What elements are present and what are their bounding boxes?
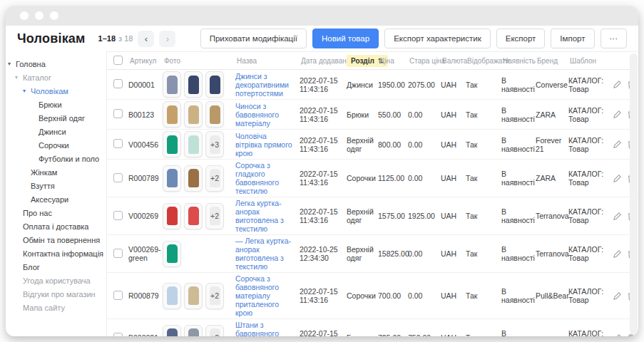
new-product-button[interactable]: Новий товар bbox=[312, 28, 379, 48]
sidebar-item-zhinkam[interactable]: Жінкам bbox=[6, 165, 106, 179]
row-checkbox[interactable] bbox=[113, 211, 123, 220]
more-photos-badge[interactable]: +2 bbox=[205, 165, 224, 192]
sidebar-item-vidhuky-pro-mahazyn[interactable]: Відгуки про магазин bbox=[6, 287, 106, 301]
edit-icon[interactable] bbox=[613, 174, 622, 183]
hide-modifications-button[interactable]: Приховати модифікації bbox=[200, 28, 307, 48]
product-photo[interactable] bbox=[184, 203, 203, 229]
product-link[interactable]: Сорочка з гладкого бавовняного текстилю bbox=[235, 161, 279, 195]
sidebar-item-futbolky-y-polo[interactable]: Футболки и поло bbox=[6, 152, 106, 165]
row-checkbox[interactable] bbox=[113, 249, 123, 258]
product-photo[interactable] bbox=[163, 101, 181, 128]
edit-icon[interactable] bbox=[613, 110, 622, 119]
row-checkbox[interactable] bbox=[113, 291, 123, 300]
product-photo[interactable] bbox=[205, 101, 224, 128]
edit-icon[interactable] bbox=[613, 140, 622, 149]
column-header-name[interactable]: Назва bbox=[232, 55, 297, 67]
sidebar-item-uhoda-korystuvacha[interactable]: Угода користувача bbox=[6, 274, 106, 287]
table-header-row: Артикул Фото Назва Дата додавання Розділ… bbox=[107, 52, 638, 70]
product-photo[interactable] bbox=[184, 165, 203, 192]
row-checkbox[interactable] bbox=[113, 173, 123, 182]
price-cell: 1950.00 bbox=[375, 81, 405, 89]
sidebar-item-bloh[interactable]: Блог bbox=[6, 260, 106, 274]
column-header-cur[interactable]: Валюта bbox=[438, 55, 463, 67]
product-photo[interactable] bbox=[163, 71, 181, 98]
row-checkbox[interactable] bbox=[113, 79, 123, 88]
product-link[interactable]: Сорочка з бавовняного матеріалу притален… bbox=[235, 274, 279, 317]
sidebar-item-pro-nas[interactable]: Про нас bbox=[6, 206, 106, 219]
sidebar-item-obmin-ta-povernennia[interactable]: Обмін та повернення bbox=[6, 233, 106, 247]
product-link[interactable]: Легка куртка-анорак виготовлена з тексти… bbox=[235, 199, 284, 233]
edit-icon[interactable] bbox=[613, 249, 622, 259]
sidebar-item-cholovikam[interactable]: ▾ Чоловікам bbox=[6, 84, 106, 98]
edit-icon[interactable] bbox=[613, 333, 622, 337]
more-photos-badge[interactable]: +3 bbox=[205, 131, 224, 157]
column-header-price[interactable]: Ціна bbox=[375, 55, 405, 67]
product-photo[interactable] bbox=[163, 325, 181, 337]
display-cell: Так bbox=[463, 110, 499, 119]
next-page-button[interactable]: › bbox=[159, 31, 175, 47]
more-photos-badge[interactable]: +2 bbox=[205, 203, 224, 229]
column-header-disp[interactable]: Відображати bbox=[463, 55, 499, 67]
sku-cell: B00123 bbox=[126, 110, 160, 119]
column-header-tpl[interactable]: Шаблон bbox=[566, 55, 610, 67]
column-header-sku[interactable]: Артикул bbox=[126, 55, 160, 67]
sku-cell: D00001 bbox=[126, 81, 160, 89]
edit-icon[interactable] bbox=[613, 291, 622, 301]
sidebar-item-kataloh[interactable]: ▾ Каталог bbox=[6, 71, 106, 84]
product-photo[interactable] bbox=[184, 71, 203, 98]
export-characteristics-button[interactable]: Експорт характеристик bbox=[384, 28, 491, 48]
sidebar-item-label: Угода користувача bbox=[23, 276, 91, 285]
sidebar-item-oplata-i-dostavka[interactable]: Оплата і доставка bbox=[6, 219, 106, 233]
more-photos-badge[interactable]: +2 bbox=[205, 325, 224, 337]
product-photo[interactable] bbox=[184, 131, 203, 157]
export-button[interactable]: Експорт bbox=[496, 28, 546, 48]
select-all-checkbox[interactable] bbox=[113, 56, 123, 65]
edit-icon[interactable] bbox=[613, 212, 622, 221]
date-cell: 2022-10-25 12:34:30 bbox=[297, 245, 344, 262]
product-link[interactable]: — Легка куртка-анорак виготовлена з текс… bbox=[235, 237, 291, 271]
product-photo[interactable] bbox=[205, 71, 224, 98]
table-scrollbar[interactable] bbox=[630, 53, 638, 335]
sidebar-item-vzuttia[interactable]: Взуття bbox=[6, 179, 106, 192]
import-button[interactable]: Імпорт bbox=[551, 28, 594, 48]
product-link[interactable]: Джинси з декоративними потертостями bbox=[235, 72, 289, 98]
price-cell: 550.00 bbox=[375, 110, 405, 119]
sidebar-item-dzhynsy[interactable]: Джинси bbox=[6, 125, 106, 138]
product-link[interactable]: Штани з бавовняного матеріалу прямого кр… bbox=[235, 321, 283, 336]
row-checkbox[interactable] bbox=[113, 333, 123, 337]
product-photo[interactable] bbox=[163, 203, 181, 229]
column-header-date[interactable]: Дата додавання bbox=[297, 55, 344, 67]
row-checkbox[interactable] bbox=[113, 139, 123, 148]
product-photo[interactable] bbox=[184, 325, 203, 337]
column-header-old[interactable]: Стара ціна bbox=[405, 55, 438, 67]
sidebar-item-verkhnii-odiah[interactable]: Верхній одяг bbox=[6, 111, 106, 125]
column-header-brand[interactable]: Бренд bbox=[533, 55, 566, 67]
currency-cell: UAH bbox=[438, 140, 463, 149]
more-photos-badge[interactable]: +2 bbox=[205, 283, 224, 309]
sidebar-item-kontaktna-informatsiia[interactable]: Контактна інформація bbox=[6, 247, 106, 260]
more-button[interactable]: ··· bbox=[600, 28, 628, 48]
section-cell: Джинси bbox=[344, 81, 375, 89]
column-header-section[interactable]: Розділ ⇅ bbox=[344, 55, 375, 67]
sidebar-item-aksesuary[interactable]: Аксесуари bbox=[6, 192, 106, 206]
edit-icon[interactable] bbox=[613, 80, 622, 89]
product-photo[interactable] bbox=[184, 101, 203, 128]
product-link[interactable]: Чоловіча вітрівка прямого крою bbox=[235, 132, 292, 157]
product-photo[interactable] bbox=[184, 283, 203, 309]
prev-page-button[interactable]: ‹ bbox=[138, 31, 154, 47]
table-row: B000321 +2 Штани з бавовняного матеріалу… bbox=[107, 319, 638, 336]
sidebar-item-holovna[interactable]: ▾ Головна bbox=[6, 57, 106, 71]
product-photo[interactable] bbox=[163, 131, 181, 157]
date-cell: 2022-07-15 11:43:16 bbox=[297, 329, 344, 336]
row-checkbox[interactable] bbox=[113, 109, 123, 118]
old-price-cell: 750.00 bbox=[405, 333, 438, 336]
product-photo[interactable] bbox=[163, 165, 181, 192]
sidebar-item-sorochky[interactable]: Сорочки bbox=[6, 138, 106, 152]
product-photo[interactable] bbox=[163, 241, 181, 267]
column-header-photo[interactable]: Фото bbox=[160, 55, 232, 67]
product-link[interactable]: Чиноси з бавовняного матеріалу bbox=[235, 102, 279, 128]
column-header-avail[interactable]: Наявність bbox=[499, 55, 533, 67]
product-photo[interactable] bbox=[163, 283, 181, 309]
sidebar-item-briuky[interactable]: Брюки bbox=[6, 98, 106, 111]
sidebar-item-mapa-saitu[interactable]: Мапа сайту bbox=[6, 301, 106, 314]
